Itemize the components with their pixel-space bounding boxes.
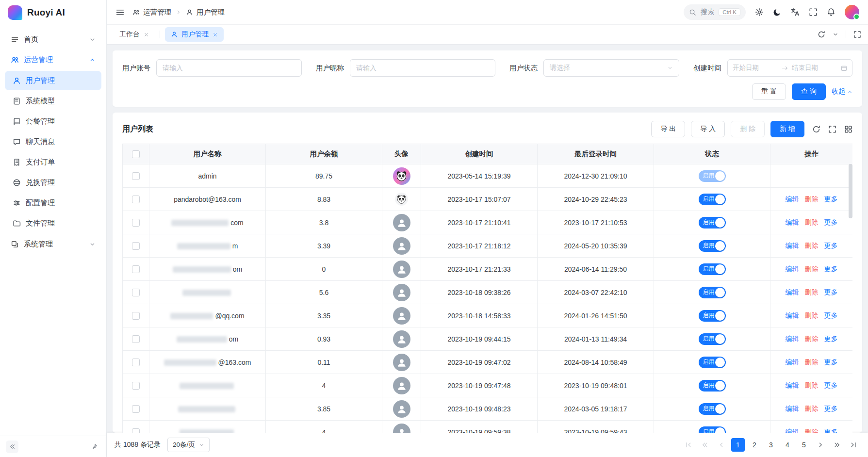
global-search-button[interactable]: 搜索 Ctrl K bbox=[684, 4, 746, 20]
column-settings-icon[interactable] bbox=[844, 125, 852, 133]
translate-icon[interactable] bbox=[791, 8, 800, 16]
user-avatar[interactable] bbox=[845, 5, 859, 19]
gear-icon[interactable] bbox=[755, 8, 764, 16]
bell-icon[interactable] bbox=[827, 8, 835, 16]
expand-content-icon[interactable] bbox=[853, 31, 861, 38]
refresh-icon[interactable] bbox=[818, 31, 825, 38]
delete-link[interactable]: 删除 bbox=[805, 311, 819, 319]
select-all-checkbox[interactable] bbox=[132, 150, 140, 158]
user-nickname-input[interactable] bbox=[350, 59, 495, 77]
more-link[interactable]: 更多 bbox=[824, 381, 838, 389]
row-checkbox[interactable] bbox=[132, 312, 140, 320]
scrollbar-thumb[interactable] bbox=[849, 164, 852, 218]
import-button[interactable]: 导 入 bbox=[691, 121, 725, 137]
more-link[interactable]: 更多 bbox=[824, 242, 838, 249]
status-toggle[interactable]: 启用 bbox=[699, 333, 726, 345]
tab-user-management[interactable]: 用户管理 bbox=[165, 27, 224, 42]
refresh-icon[interactable] bbox=[812, 125, 820, 133]
search-button[interactable]: 查 询 bbox=[792, 83, 826, 100]
delete-link[interactable]: 删除 bbox=[805, 335, 819, 343]
sidebar-item-exchange[interactable]: 兑换管理 bbox=[5, 173, 101, 192]
delete-link[interactable]: 删除 bbox=[805, 195, 819, 203]
last-page-button[interactable] bbox=[847, 438, 860, 452]
row-checkbox[interactable] bbox=[132, 359, 140, 366]
page-button-2[interactable]: 2 bbox=[748, 438, 761, 452]
tab-workbench[interactable]: 工作台 bbox=[114, 27, 155, 42]
edit-link[interactable]: 编辑 bbox=[786, 358, 799, 366]
fullscreen-icon[interactable] bbox=[828, 125, 836, 133]
edit-link[interactable]: 编辑 bbox=[786, 218, 799, 226]
edit-link[interactable]: 编辑 bbox=[786, 405, 799, 412]
user-account-input[interactable] bbox=[156, 59, 302, 77]
add-button[interactable]: 新 增 bbox=[770, 121, 804, 137]
page-button-5[interactable]: 5 bbox=[797, 438, 811, 452]
sidebar-item-file[interactable]: 文件管理 bbox=[5, 213, 101, 233]
row-checkbox[interactable] bbox=[132, 289, 140, 296]
status-toggle[interactable]: 启用 bbox=[699, 217, 726, 228]
sidebar-item-order[interactable]: 支付订单 bbox=[5, 152, 101, 172]
close-tab-icon[interactable] bbox=[213, 32, 218, 37]
status-toggle[interactable]: 启用 bbox=[699, 380, 726, 392]
edit-link[interactable]: 编辑 bbox=[786, 242, 799, 249]
breadcrumb-item-users[interactable]: 用户管理 bbox=[186, 8, 225, 17]
edit-link[interactable]: 编辑 bbox=[786, 195, 799, 203]
row-checkbox[interactable] bbox=[132, 382, 140, 390]
collapse-sidebar-button[interactable] bbox=[6, 441, 18, 453]
collapse-filter-link[interactable]: 收起 bbox=[832, 87, 852, 96]
edit-link[interactable]: 编辑 bbox=[786, 428, 799, 433]
edit-link[interactable]: 编辑 bbox=[786, 335, 799, 343]
sidebar-item-package[interactable]: 套餐管理 bbox=[5, 112, 101, 131]
delete-link[interactable]: 删除 bbox=[805, 218, 819, 226]
sidebar-item-home[interactable]: 首页 bbox=[5, 29, 101, 49]
delete-link[interactable]: 删除 bbox=[805, 242, 819, 249]
more-link[interactable]: 更多 bbox=[824, 265, 838, 273]
page-size-select[interactable]: 20条/页 bbox=[167, 438, 210, 452]
status-toggle[interactable]: 启用 bbox=[699, 170, 726, 182]
pin-sidebar-button[interactable] bbox=[88, 441, 100, 453]
more-link[interactable]: 更多 bbox=[824, 405, 838, 412]
chevron-down-icon[interactable] bbox=[833, 32, 838, 37]
status-toggle[interactable]: 启用 bbox=[699, 426, 726, 433]
sidebar-item-system[interactable]: 系统管理 bbox=[5, 234, 101, 254]
next-page-button[interactable] bbox=[814, 438, 827, 452]
sidebar-item-model[interactable]: 系统模型 bbox=[5, 91, 101, 111]
delete-link[interactable]: 删除 bbox=[805, 428, 819, 433]
table-scrollbar[interactable] bbox=[849, 164, 852, 433]
more-link[interactable]: 更多 bbox=[824, 335, 838, 343]
page-button-1[interactable]: 1 bbox=[731, 438, 745, 452]
dark-mode-moon-icon[interactable] bbox=[773, 8, 782, 16]
more-link[interactable]: 更多 bbox=[824, 195, 838, 203]
edit-link[interactable]: 编辑 bbox=[786, 288, 799, 296]
row-checkbox[interactable] bbox=[132, 265, 140, 273]
export-button[interactable]: 导 出 bbox=[651, 121, 685, 137]
more-link[interactable]: 更多 bbox=[824, 358, 838, 366]
edit-link[interactable]: 编辑 bbox=[786, 265, 799, 273]
delete-link[interactable]: 删除 bbox=[805, 358, 819, 366]
row-checkbox[interactable] bbox=[132, 405, 140, 413]
prev-page-button[interactable] bbox=[715, 438, 728, 452]
delete-link[interactable]: 删除 bbox=[805, 288, 819, 296]
status-toggle[interactable]: 启用 bbox=[699, 287, 726, 298]
more-link[interactable]: 更多 bbox=[824, 311, 838, 319]
row-checkbox[interactable] bbox=[132, 219, 140, 227]
sidebar-item-chat[interactable]: 聊天消息 bbox=[5, 132, 101, 151]
page-button-4[interactable]: 4 bbox=[781, 438, 794, 452]
delete-link[interactable]: 删除 bbox=[805, 381, 819, 389]
more-link[interactable]: 更多 bbox=[824, 218, 838, 226]
first-page-button[interactable] bbox=[682, 438, 695, 452]
status-toggle[interactable]: 启用 bbox=[699, 310, 726, 322]
jump-forward-button[interactable] bbox=[830, 438, 844, 452]
delete-link[interactable]: 删除 bbox=[805, 265, 819, 273]
row-checkbox[interactable] bbox=[132, 196, 140, 203]
sidebar-item-user[interactable]: 用户管理 bbox=[5, 71, 101, 90]
row-checkbox[interactable] bbox=[132, 242, 140, 250]
edit-link[interactable]: 编辑 bbox=[786, 381, 799, 389]
status-toggle[interactable]: 启用 bbox=[699, 263, 726, 275]
more-link[interactable]: 更多 bbox=[824, 428, 838, 433]
status-toggle[interactable]: 启用 bbox=[699, 194, 726, 205]
menu-toggle-icon[interactable] bbox=[115, 8, 125, 17]
status-toggle[interactable]: 启用 bbox=[699, 403, 726, 415]
fullscreen-icon[interactable] bbox=[809, 8, 818, 16]
breadcrumb-item-operations[interactable]: 运营管理 bbox=[132, 8, 171, 17]
reset-button[interactable]: 重 置 bbox=[752, 83, 786, 100]
